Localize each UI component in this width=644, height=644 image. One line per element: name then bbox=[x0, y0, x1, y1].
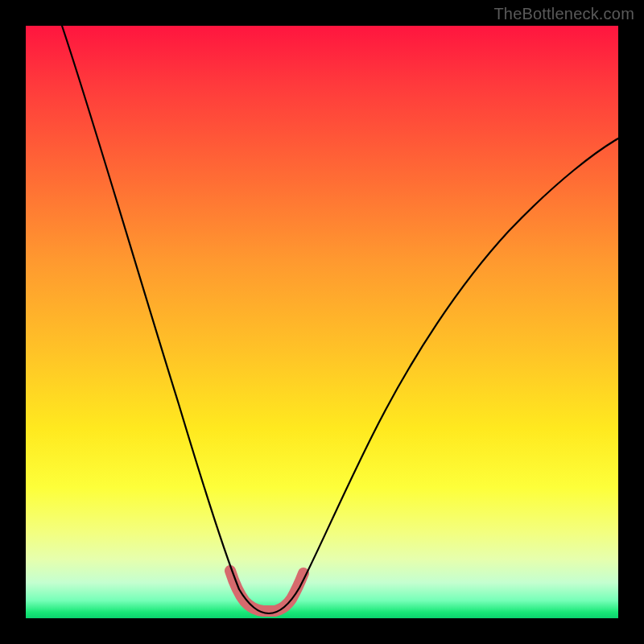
plot-area bbox=[26, 26, 618, 618]
optimal-range-highlight bbox=[230, 571, 303, 611]
curve-svg bbox=[26, 26, 618, 618]
bottleneck-curve bbox=[62, 26, 618, 613]
watermark-text: TheBottleneck.com bbox=[493, 5, 634, 23]
chart-frame: TheBottleneck.com bbox=[0, 0, 644, 644]
